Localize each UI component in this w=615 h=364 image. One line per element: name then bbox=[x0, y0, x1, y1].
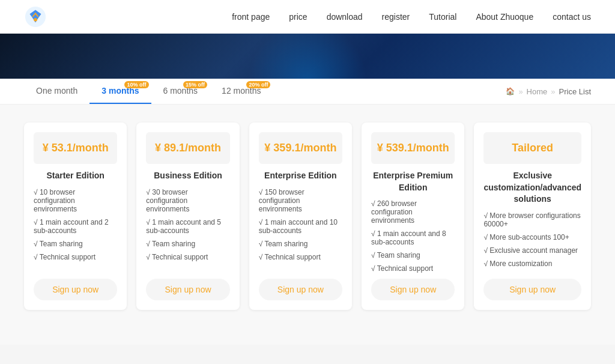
plan-enterprise-price: ¥ 359.1/month bbox=[259, 132, 342, 164]
logo-icon bbox=[24, 5, 47, 28]
plan-tailored-price: Tailored bbox=[483, 132, 581, 164]
tab-one-month-label: One month bbox=[36, 86, 77, 96]
nav-register[interactable]: register bbox=[382, 12, 410, 22]
nav-tutorial[interactable]: Tutorial bbox=[429, 12, 456, 22]
plan-starter-name: Starter Edition bbox=[34, 170, 117, 182]
breadcrumb: 🏠 » Home » Price List bbox=[506, 87, 591, 96]
plan-business-feature-2: 1 main account and 5 sub-accounts bbox=[146, 218, 229, 235]
plan-starter-price: ¥ 53.1/month bbox=[34, 132, 117, 164]
nav-links: front page price download register Tutor… bbox=[232, 12, 591, 22]
tabs: One month 10% off 3 months 15% off 6 mon… bbox=[24, 79, 273, 104]
breadcrumb-home[interactable]: Home bbox=[527, 87, 548, 96]
plan-business: ¥ 89.1/month Business Edition 30 browser… bbox=[136, 123, 239, 310]
plan-enterprise-features: 150 browser configuration environments 1… bbox=[259, 188, 342, 273]
plan-enterprise-premium: ¥ 539.1/month Enterprise Premium Edition… bbox=[362, 123, 464, 310]
navbar: front page price download register Tutor… bbox=[0, 0, 615, 34]
plan-enterprise-premium-price: ¥ 539.1/month bbox=[371, 132, 455, 164]
plan-enterprise: ¥ 359.1/month Enterprise Edition 150 bro… bbox=[249, 123, 352, 310]
plan-enterprise-premium-features: 260 browser configuration environments 1… bbox=[371, 199, 455, 273]
hero-banner bbox=[0, 34, 615, 79]
plan-enterprise-premium-feature-3: Team sharing bbox=[371, 251, 455, 259]
nav-frontpage[interactable]: front page bbox=[232, 12, 270, 22]
nav-price[interactable]: price bbox=[289, 12, 307, 22]
plan-enterprise-name: Enterprise Edition bbox=[259, 170, 342, 182]
tab-3-months-badge: 10% off bbox=[124, 81, 148, 88]
plan-tailored-feature-3: Exclusive account manager bbox=[483, 246, 581, 255]
plan-tailored-name: Exclusive customization/advanced solutio… bbox=[483, 170, 581, 205]
plan-enterprise-premium-feature-1: 260 browser configuration environments bbox=[371, 199, 455, 225]
nav-contact[interactable]: contact us bbox=[553, 12, 591, 22]
tab-12-months[interactable]: 20% off 12 months bbox=[210, 79, 273, 104]
plan-starter-feature-2: 1 main account and 2 sub-accounts bbox=[34, 218, 117, 235]
plan-business-signup[interactable]: Sign up now bbox=[146, 279, 229, 300]
tab-6-months-badge: 15% off bbox=[183, 81, 207, 88]
plan-business-name: Business Edition bbox=[146, 170, 229, 182]
tab-one-month[interactable]: One month bbox=[24, 79, 89, 104]
plan-starter-feature-4: Technical support bbox=[34, 253, 117, 261]
plan-starter-signup[interactable]: Sign up now bbox=[34, 279, 117, 300]
plan-tailored-feature-4: More customization bbox=[483, 259, 581, 268]
plan-tailored: Tailored Exclusive customization/advance… bbox=[474, 123, 591, 310]
tab-6-months[interactable]: 15% off 6 months bbox=[151, 79, 210, 104]
plan-starter: ¥ 53.1/month Starter Edition 10 browser … bbox=[24, 123, 127, 310]
plan-starter-features: 10 browser configuration environments 1 … bbox=[34, 188, 117, 273]
pricing-section: ¥ 53.1/month Starter Edition 10 browser … bbox=[0, 105, 615, 345]
plan-enterprise-premium-feature-4: Technical support bbox=[371, 264, 455, 273]
plan-enterprise-premium-name: Enterprise Premium Edition bbox=[371, 170, 455, 193]
plan-enterprise-premium-feature-2: 1 main account and 8 sub-accounts bbox=[371, 229, 455, 246]
plan-business-feature-1: 30 browser configuration environments bbox=[146, 188, 229, 213]
tabs-section: One month 10% off 3 months 15% off 6 mon… bbox=[0, 79, 615, 105]
plan-tailored-feature-1: More browser configurations 60000+ bbox=[483, 211, 581, 228]
plan-tailored-features: More browser configurations 60000+ More … bbox=[483, 211, 581, 273]
pricing-grid: ¥ 53.1/month Starter Edition 10 browser … bbox=[24, 123, 591, 310]
svg-point-1 bbox=[34, 17, 37, 21]
breadcrumb-current: Price List bbox=[559, 87, 591, 96]
plan-enterprise-feature-1: 150 browser configuration environments bbox=[259, 188, 342, 213]
plan-business-price: ¥ 89.1/month bbox=[146, 132, 229, 164]
nav-download[interactable]: download bbox=[327, 12, 363, 22]
plan-starter-feature-1: 10 browser configuration environments bbox=[34, 188, 117, 213]
tab-3-months[interactable]: 10% off 3 months bbox=[89, 79, 151, 104]
plan-business-features: 30 browser configuration environments 1 … bbox=[146, 188, 229, 273]
plan-tailored-feature-2: More sub-accounts 100+ bbox=[483, 233, 581, 241]
breadcrumb-sep1: » bbox=[518, 87, 523, 96]
logo[interactable] bbox=[24, 5, 47, 28]
plan-enterprise-signup[interactable]: Sign up now bbox=[259, 279, 342, 300]
plan-business-feature-4: Technical support bbox=[146, 253, 229, 261]
plan-enterprise-feature-2: 1 main account and 10 sub-accounts bbox=[259, 218, 342, 235]
tab-12-months-badge: 20% off bbox=[246, 81, 270, 88]
plan-business-feature-3: Team sharing bbox=[146, 240, 229, 248]
nav-about[interactable]: About Zhuoque bbox=[476, 12, 533, 22]
plan-enterprise-feature-4: Technical support bbox=[259, 253, 342, 261]
plan-enterprise-premium-signup[interactable]: Sign up now bbox=[371, 279, 455, 300]
plan-starter-feature-3: Team sharing bbox=[34, 240, 117, 248]
home-icon: 🏠 bbox=[506, 87, 515, 96]
breadcrumb-sep2: » bbox=[551, 87, 555, 96]
plan-enterprise-feature-3: Team sharing bbox=[259, 240, 342, 248]
plan-tailored-signup[interactable]: Sign up now bbox=[483, 279, 581, 300]
